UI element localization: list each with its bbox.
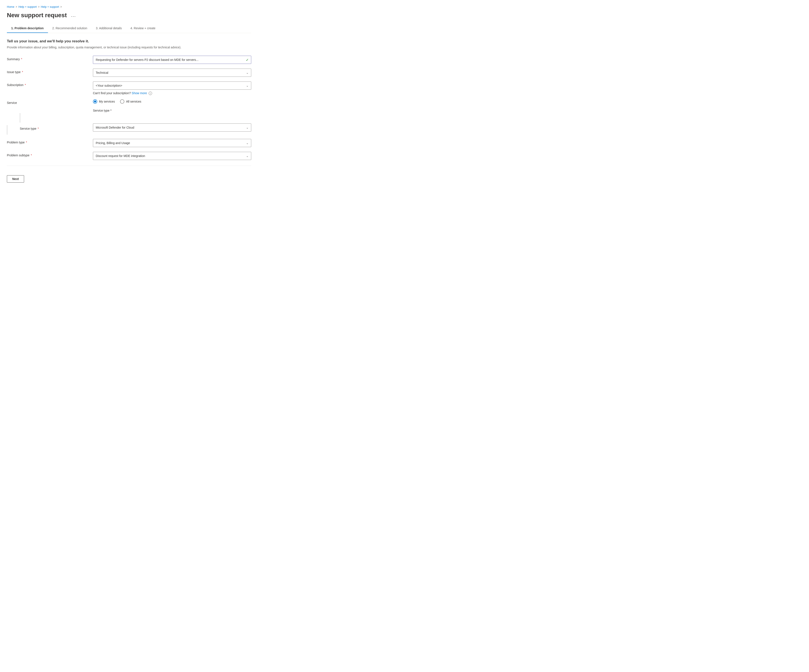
subscription-select-wrapper: <Your subscription> ⌄ [93,82,251,90]
tab-recommended-solution[interactable]: 2. Recommended solution [48,24,92,33]
service-indent-line [20,113,93,122]
problem-type-row: Problem type * Pricing, Billing and Usag… [7,139,251,147]
subscription-required: * [24,83,26,87]
problem-subtype-required: * [30,154,32,157]
section-heading: Tell us your issue, and we'll help you r… [7,39,251,44]
summary-label: Summary * [7,56,93,61]
tab-review-create[interactable]: 4. Review + create [126,24,159,33]
summary-field: ✓ [93,56,251,64]
issue-type-select-wrapper: Technical ⌄ [93,69,251,77]
breadcrumb-sep-1: > [16,5,17,8]
show-more-link[interactable]: Show more [132,91,147,95]
problem-type-required: * [25,141,27,144]
service-field: My services All services Service type * [93,99,251,112]
subscription-label: Subscription * [7,82,93,87]
service-type-field: Microsoft Defender for Cloud ⌄ [93,124,251,132]
radio-my-services-circle [93,99,97,104]
cant-find-subscription: Can't find your subscription? Show more … [93,91,251,95]
subscription-info-icon[interactable]: i [149,92,152,95]
tabs-container: 1. Problem description 2. Recommended so… [7,24,251,33]
issue-type-field: Technical ⌄ [93,69,251,77]
service-type-select-wrapper: Microsoft Defender for Cloud ⌄ [93,124,251,132]
footer: Next [7,171,251,187]
service-type-row: Service type * Microsoft Defender for Cl… [7,124,251,135]
breadcrumb-help-support-2[interactable]: Help + support [41,5,59,8]
summary-input[interactable] [93,56,251,64]
service-label: Service [7,99,93,122]
radio-my-services[interactable]: My services [93,99,115,104]
problem-type-select[interactable]: Pricing, Billing and Usage [93,139,251,147]
problem-subtype-row: Problem subtype * Discount request for M… [7,152,251,161]
problem-type-select-wrapper: Pricing, Billing and Usage ⌄ [93,139,251,147]
more-options-button[interactable]: ... [69,12,78,19]
breadcrumb-sep-2: > [38,5,40,8]
problem-subtype-label: Problem subtype * [7,152,93,157]
service-type-indent [7,125,20,135]
service-type-label: Service type * [93,107,166,112]
service-type-inline-row: Service type * [93,107,251,112]
subscription-field: <Your subscription> ⌄ Can't find your su… [93,82,251,95]
next-button[interactable]: Next [7,175,24,183]
problem-subtype-field: Discount request for MDE integration ⌄ [93,152,251,160]
tab-problem-description[interactable]: 1. Problem description [7,24,48,33]
issue-type-select[interactable]: Technical [93,69,251,77]
breadcrumb-sep-3: > [60,5,62,8]
subscription-select[interactable]: <Your subscription> [93,82,251,90]
radio-all-services-circle [120,99,124,104]
form: Summary * ✓ Issue type * Technical ⌄ [7,56,251,161]
subscription-row: Subscription * <Your subscription> ⌄ Can… [7,82,251,95]
issue-type-label: Issue type * [7,69,93,74]
tab-additional-details[interactable]: 3. Additional details [92,24,126,33]
summary-row: Summary * ✓ [7,56,251,64]
service-radio-group: My services All services [93,99,251,104]
summary-check-icon: ✓ [246,58,248,62]
problem-subtype-select[interactable]: Discount request for MDE integration [93,152,251,160]
service-type-label-col: Service type * [7,124,93,135]
summary-required: * [20,57,22,61]
breadcrumb: Home > Help + support > Help + support > [7,5,251,8]
breadcrumb-help-support-1[interactable]: Help + support [18,5,37,8]
page-title: New support request [7,12,67,19]
summary-input-wrapper: ✓ [93,56,251,64]
service-type-select[interactable]: Microsoft Defender for Cloud [93,124,251,132]
page-header: New support request ... [7,12,251,19]
section-description: Provide information about your billing, … [7,45,251,50]
service-row: Service My services All services [7,99,251,122]
radio-all-services[interactable]: All services [120,99,141,104]
service-type-label-text: Service type * [20,125,39,130]
problem-type-label: Problem type * [7,139,93,144]
issue-type-required: * [21,70,23,74]
problem-subtype-select-wrapper: Discount request for MDE integration ⌄ [93,152,251,160]
footer-divider [7,166,251,166]
problem-type-field: Pricing, Billing and Usage ⌄ [93,139,251,147]
service-type-required: * [109,109,111,112]
breadcrumb-home[interactable]: Home [7,5,14,8]
issue-type-row: Issue type * Technical ⌄ [7,69,251,77]
